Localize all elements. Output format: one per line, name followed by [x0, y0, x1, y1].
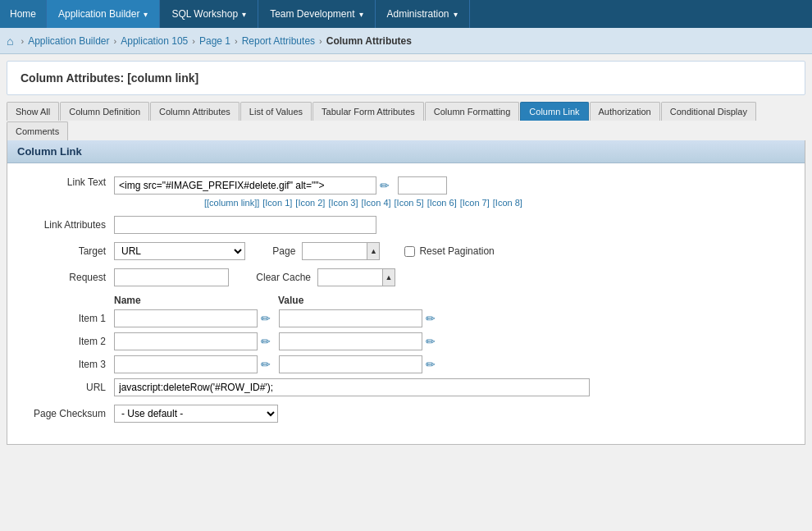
page-checksum-label: Page Checksum — [24, 408, 114, 419]
tab-comments[interactable]: Comments — [7, 121, 68, 140]
item-3-value-group: ✏ — [279, 355, 436, 373]
item-2-name-group: ✏ — [114, 332, 271, 350]
breadcrumb-sep-0: › — [21, 36, 24, 46]
nav-sql-workshop-arrow: ▾ — [242, 10, 246, 19]
nav-admin-arrow: ▾ — [454, 10, 458, 19]
link-text-input[interactable] — [114, 176, 376, 195]
breadcrumb-app-105[interactable]: Application 105 — [121, 35, 188, 47]
link-text-label: Link Text — [24, 176, 114, 188]
nav-app-builder[interactable]: Application Builder ▾ — [47, 0, 160, 28]
link-attributes-input[interactable] — [114, 216, 376, 234]
nav-home[interactable]: Home — [0, 0, 47, 28]
section-header: Column Link — [7, 140, 805, 163]
breadcrumb-report-attrs[interactable]: Report Attributes — [242, 35, 315, 47]
item-2-name-edit-icon[interactable]: ✏ — [261, 335, 271, 348]
name-column-header: Name — [114, 295, 270, 306]
item-1-value-edit-icon[interactable]: ✏ — [426, 312, 436, 325]
request-label: Request — [24, 272, 114, 283]
item-2-row: Item 2 ✏ ✏ — [24, 332, 788, 350]
nav-sql-workshop[interactable]: SQL Workshop ▾ — [160, 0, 258, 28]
tab-tabular-form-attributes[interactable]: Tabular Form Attributes — [312, 102, 424, 121]
nav-admin-label: Administration — [387, 8, 449, 20]
item-2-value-edit-icon[interactable]: ✏ — [426, 335, 436, 348]
home-label: Home — [10, 8, 36, 20]
tab-authorization[interactable]: Authorization — [590, 102, 660, 121]
target-page-row: Target URLPage_blank Page ▲ Reset Pagina… — [24, 242, 788, 260]
breadcrumb-sep-4: › — [319, 36, 322, 46]
tag-link[interactable]: [Icon 6] — [427, 198, 457, 208]
tab-column-definition[interactable]: Column Definition — [60, 102, 149, 121]
item-3-value-input[interactable] — [279, 355, 422, 373]
reset-pagination-checkbox[interactable] — [404, 246, 415, 257]
tab-column-link[interactable]: Column Link — [520, 102, 588, 121]
tag-link[interactable]: [Icon 3] — [328, 198, 358, 208]
page-input[interactable] — [302, 242, 367, 260]
item-1-label: Item 1 — [24, 313, 114, 324]
page-label: Page — [272, 245, 295, 257]
tag-link[interactable]: [Icon 5] — [395, 198, 424, 208]
url-label: URL — [24, 382, 114, 393]
nav-team-dev[interactable]: Team Development ▾ — [258, 0, 375, 28]
nav-admin[interactable]: Administration ▾ — [376, 0, 470, 28]
item-1-row: Item 1 ✏ ✏ — [24, 309, 788, 327]
clear-cache-input-wrap: ▲ — [317, 268, 395, 286]
breadcrumb-app-builder[interactable]: Application Builder — [28, 35, 109, 47]
request-cache-row: Request Clear Cache ▲ — [24, 268, 788, 286]
tab-column-attributes[interactable]: Column Attributes — [150, 102, 239, 121]
tab-show-all[interactable]: Show All — [7, 102, 59, 121]
tabs-container: Show AllColumn DefinitionColumn Attribut… — [7, 102, 805, 140]
nav-app-builder-arrow: ▾ — [144, 10, 148, 19]
link-attributes-label: Link Attributes — [24, 219, 114, 231]
content-area: Column Link Link Text ✏ [[column link]] … — [7, 140, 805, 445]
tab-column-formatting[interactable]: Column Formatting — [425, 102, 520, 121]
breadcrumb: ⌂ › Application Builder › Application 10… — [0, 28, 812, 54]
item-2-value-input[interactable] — [279, 332, 422, 350]
item-3-name-edit-icon[interactable]: ✏ — [261, 358, 271, 371]
tag-link[interactable]: [Icon 2] — [295, 198, 325, 208]
link-attributes-row: Link Attributes — [24, 216, 788, 234]
target-label: Target — [24, 245, 114, 257]
nav-app-builder-label: Application Builder — [58, 8, 139, 20]
tag-link[interactable]: [Icon 4] — [361, 198, 390, 208]
tab-conditional-display[interactable]: Conditional Display — [661, 102, 756, 121]
clear-cache-spin-up[interactable]: ▲ — [382, 268, 395, 286]
item-2-value-group: ✏ — [279, 332, 436, 350]
item-3-row: Item 3 ✏ ✏ — [24, 355, 788, 373]
item-3-value-edit-icon[interactable]: ✏ — [426, 358, 436, 371]
item-2-label: Item 2 — [24, 336, 114, 347]
tag-link[interactable]: [Icon 1] — [262, 198, 292, 208]
item-3-name-input[interactable] — [114, 355, 258, 373]
tag-link[interactable]: [[column link]] — [204, 198, 259, 208]
item-2-name-input[interactable] — [114, 332, 258, 350]
nav-team-dev-arrow: ▾ — [359, 10, 363, 19]
item-1-name-edit-icon[interactable]: ✏ — [261, 312, 271, 325]
reset-pagination-label: Reset Pagination — [419, 245, 494, 257]
request-input[interactable] — [114, 268, 229, 286]
page-checksum-row: Page Checksum - Use default -No checksum… — [24, 405, 788, 423]
breadcrumb-page1[interactable]: Page 1 — [199, 35, 230, 47]
nav-team-dev-label: Team Development — [270, 8, 354, 20]
items-header: Name Value — [114, 295, 788, 306]
breadcrumb-column-attrs: Column Attributes — [326, 35, 412, 47]
breadcrumb-sep-3: › — [235, 36, 238, 46]
link-text-row: Link Text ✏ [[column link]] [Icon 1] [Ic… — [24, 176, 788, 208]
home-icon[interactable]: ⌂ — [7, 34, 13, 48]
target-select[interactable]: URLPage_blank — [114, 242, 245, 260]
page-spin-up[interactable]: ▲ — [367, 242, 380, 260]
item-1-name-input[interactable] — [114, 309, 258, 327]
tag-links-container: [[column link]] [Icon 1] [Icon 2] [Icon … — [204, 198, 522, 208]
clear-cache-input[interactable] — [317, 268, 383, 286]
url-row: URL — [24, 378, 788, 396]
tag-link[interactable]: [Icon 7] — [460, 198, 490, 208]
link-text-edit-icon[interactable]: ✏ — [380, 179, 390, 192]
item-3-label: Item 3 — [24, 359, 114, 370]
breadcrumb-sep-2: › — [192, 36, 195, 46]
tag-link[interactable]: [Icon 8] — [493, 198, 522, 208]
nav-sql-workshop-label: SQL Workshop — [171, 8, 238, 20]
value-column-header: Value — [278, 295, 434, 306]
item-1-value-input[interactable] — [279, 309, 422, 327]
item-3-name-group: ✏ — [114, 355, 271, 373]
page-checksum-select[interactable]: - Use default -No checksumSession level — [114, 405, 278, 423]
url-input[interactable] — [114, 378, 590, 396]
tab-list-of-values[interactable]: List of Values — [240, 102, 312, 121]
